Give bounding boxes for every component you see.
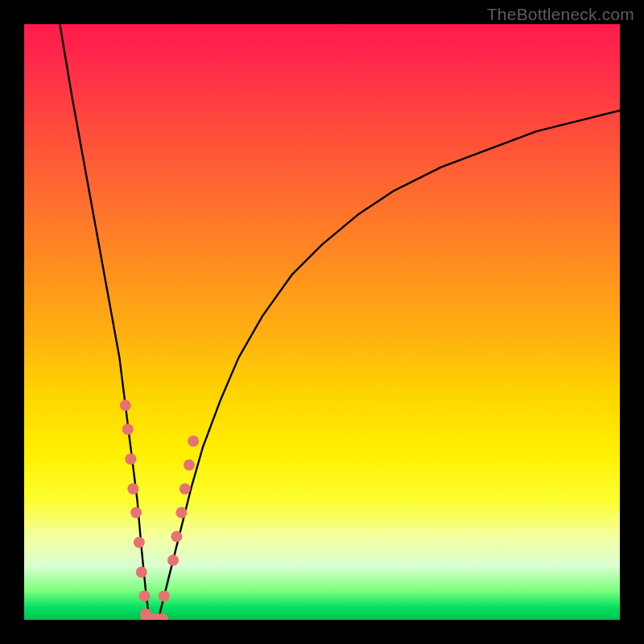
marker-dot bbox=[159, 590, 170, 601]
marker-dot bbox=[180, 483, 191, 494]
marker-dot bbox=[125, 453, 136, 464]
marker-dot bbox=[122, 423, 134, 435]
marker-dot bbox=[130, 507, 142, 518]
chart-frame: TheBottleneck.com bbox=[0, 0, 644, 644]
curve-svg bbox=[24, 24, 620, 620]
marker-dot bbox=[171, 530, 182, 542]
marker-dot bbox=[188, 436, 199, 447]
marker-dot bbox=[175, 507, 187, 518]
bottleneck-curve bbox=[60, 24, 620, 620]
marker-dot bbox=[120, 400, 131, 411]
marker-dot bbox=[138, 590, 150, 601]
marker-dot bbox=[184, 460, 195, 471]
marker-dot bbox=[134, 537, 145, 548]
marker-dot bbox=[167, 555, 179, 566]
marker-dot bbox=[136, 567, 147, 578]
watermark-text: TheBottleneck.com bbox=[487, 5, 634, 24]
curve-markers bbox=[120, 400, 199, 620]
marker-dot bbox=[127, 483, 138, 494]
plot-area bbox=[24, 24, 620, 620]
